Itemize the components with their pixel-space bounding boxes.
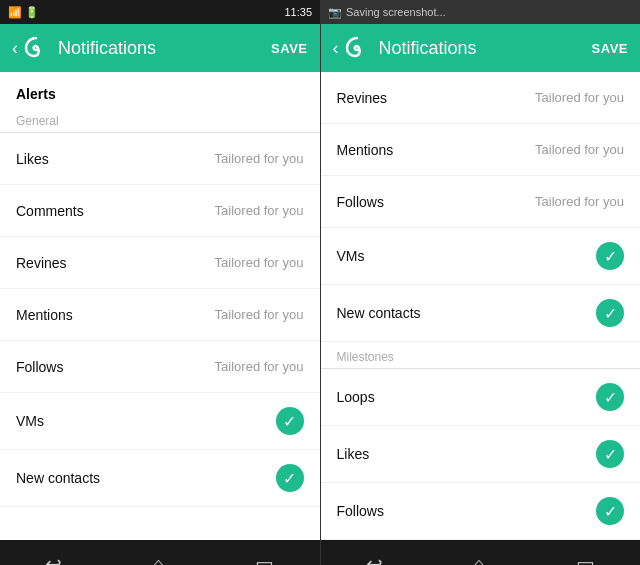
list-item[interactable]: Revines Tailored for you: [0, 237, 320, 289]
right-follows2-label: Follows: [337, 503, 384, 519]
follows-value: Tailored for you: [215, 359, 304, 374]
left-nav-panel: ↩ ⌂ ▭: [0, 552, 320, 565]
new-contacts-check-icon[interactable]: ✓: [276, 464, 304, 492]
list-item[interactable]: VMs ✓: [321, 228, 641, 285]
left-scroll-content: Alerts General Likes Tailored for you Co…: [0, 72, 320, 540]
right-nav-bar: ↩ ⌂ ▭: [321, 540, 641, 565]
right-likes-check-icon[interactable]: ✓: [596, 440, 624, 468]
right-revines-label: Revines: [337, 90, 388, 106]
right-back-nav-icon[interactable]: ↩: [366, 552, 383, 565]
right-nav-panel: ↩ ⌂ ▭: [321, 552, 641, 565]
screenshot-text: Saving screenshot...: [346, 6, 446, 18]
general-label: General: [0, 106, 320, 133]
right-panel: ‹ Notifications SAVE Revines Tailored fo…: [321, 24, 641, 565]
vms-check-icon[interactable]: ✓: [276, 407, 304, 435]
right-back-arrow-icon[interactable]: ‹: [333, 38, 339, 59]
alerts-header: Alerts: [0, 72, 320, 106]
revines-value: Tailored for you: [215, 255, 304, 270]
right-vms-label: VMs: [337, 248, 365, 264]
list-item[interactable]: Mentions Tailored for you: [321, 124, 641, 176]
likes-label: Likes: [16, 151, 49, 167]
right-save-button[interactable]: SAVE: [592, 41, 628, 56]
home-nav-icon[interactable]: ⌂: [153, 553, 165, 566]
right-home-nav-icon[interactable]: ⌂: [473, 553, 485, 566]
right-recents-nav-icon[interactable]: ▭: [576, 552, 595, 565]
comments-label: Comments: [16, 203, 84, 219]
right-follows-check-icon[interactable]: ✓: [596, 497, 624, 525]
left-panel: ‹ Notifications SAVE Alerts General Like…: [0, 24, 321, 565]
top-area: 📶 🔋 11:35 📷 Saving screenshot...: [0, 0, 640, 24]
back-nav-icon[interactable]: ↩: [45, 552, 62, 565]
recents-nav-icon[interactable]: ▭: [255, 552, 274, 565]
status-bar-left: 📶 🔋 11:35: [0, 0, 320, 24]
right-title: Notifications: [379, 38, 592, 59]
right-follows-value: Tailored for you: [535, 194, 624, 209]
list-item[interactable]: Follows Tailored for you: [321, 176, 641, 228]
right-scroll-content: Revines Tailored for you Mentions Tailor…: [321, 72, 641, 540]
right-mentions-label: Mentions: [337, 142, 394, 158]
likes-value: Tailored for you: [215, 151, 304, 166]
list-item[interactable]: New contacts ✓: [321, 285, 641, 342]
list-item[interactable]: Follows ✓: [321, 483, 641, 540]
list-item[interactable]: New contacts ✓: [0, 450, 320, 507]
follows-label: Follows: [16, 359, 63, 375]
right-app-bar: ‹ Notifications SAVE: [321, 24, 641, 72]
mentions-label: Mentions: [16, 307, 73, 323]
left-save-button[interactable]: SAVE: [271, 41, 307, 56]
list-item[interactable]: Mentions Tailored for you: [0, 289, 320, 341]
right-vms-check-icon[interactable]: ✓: [596, 242, 624, 270]
right-revines-value: Tailored for you: [535, 90, 624, 105]
revines-label: Revines: [16, 255, 67, 271]
mentions-value: Tailored for you: [215, 307, 304, 322]
new-contacts-label: New contacts: [16, 470, 100, 486]
comments-value: Tailored for you: [215, 203, 304, 218]
list-item[interactable]: Comments Tailored for you: [0, 185, 320, 237]
left-title: Notifications: [58, 38, 271, 59]
loops-label: Loops: [337, 389, 375, 405]
right-vine-logo: [343, 34, 371, 62]
status-bar-right: 📷 Saving screenshot...: [320, 0, 640, 24]
left-nav-bar: ↩ ⌂ ▭: [0, 540, 320, 565]
list-item[interactable]: Revines Tailored for you: [321, 72, 641, 124]
milestones-label: Milestones: [321, 342, 641, 369]
right-new-contacts-check-icon[interactable]: ✓: [596, 299, 624, 327]
list-item[interactable]: Follows Tailored for you: [0, 341, 320, 393]
loops-check-icon[interactable]: ✓: [596, 383, 624, 411]
status-time: 11:35: [284, 6, 312, 18]
list-item[interactable]: Likes ✓: [321, 426, 641, 483]
status-icons: 📶 🔋: [8, 6, 39, 19]
main-content: ‹ Notifications SAVE Alerts General Like…: [0, 24, 640, 565]
right-new-contacts-label: New contacts: [337, 305, 421, 321]
list-item[interactable]: Loops ✓: [321, 369, 641, 426]
list-item[interactable]: VMs ✓: [0, 393, 320, 450]
right-likes-label: Likes: [337, 446, 370, 462]
vine-logo: [22, 34, 50, 62]
vms-label: VMs: [16, 413, 44, 429]
left-app-bar: ‹ Notifications SAVE: [0, 24, 320, 72]
screenshot-icon: 📷: [328, 6, 342, 19]
back-arrow-icon[interactable]: ‹: [12, 38, 18, 59]
list-item[interactable]: Likes Tailored for you: [0, 133, 320, 185]
right-mentions-value: Tailored for you: [535, 142, 624, 157]
right-follows-label: Follows: [337, 194, 384, 210]
